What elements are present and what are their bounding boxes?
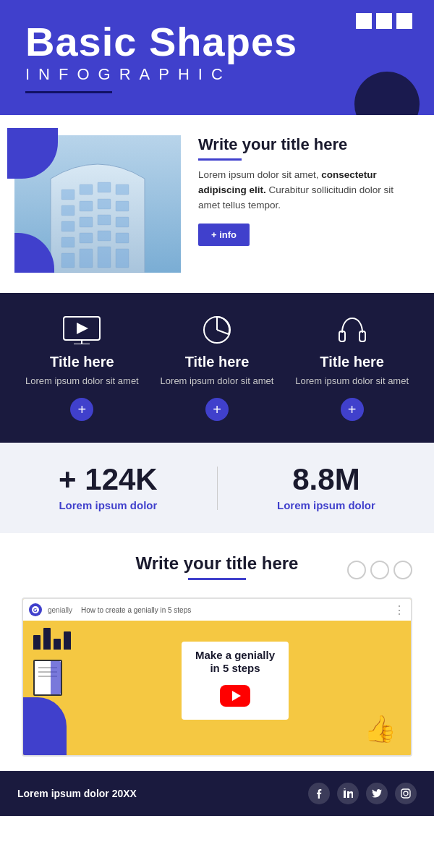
svg-rect-16 bbox=[116, 233, 129, 243]
svg-rect-9 bbox=[61, 221, 75, 231]
svg-rect-32 bbox=[401, 789, 410, 798]
video-container[interactable]: G genially How to create a genially in 5… bbox=[22, 597, 412, 757]
video-blue-blob bbox=[23, 697, 67, 755]
dark-item-3-desc: Lorem ipsum dolor sit amet bbox=[295, 375, 409, 388]
chart-bar-1 bbox=[33, 635, 41, 650]
header-square-3 bbox=[396, 13, 412, 29]
video-circle-2 bbox=[370, 561, 389, 579]
svg-point-33 bbox=[404, 791, 408, 796]
video-circles bbox=[347, 561, 412, 579]
svg-rect-2 bbox=[80, 184, 93, 195]
linkedin-icon[interactable] bbox=[337, 783, 359, 804]
dark-section: Title here Lorem ipsum dolor sit amet + … bbox=[0, 293, 434, 443]
header-squares bbox=[356, 13, 412, 29]
video-top-bar: G genially How to create a genially in 5… bbox=[23, 599, 411, 621]
dark-item-1-title: Title here bbox=[50, 354, 114, 370]
genially-logo: G bbox=[29, 603, 42, 616]
twitter-icon[interactable] bbox=[366, 783, 388, 804]
dark-item-3-title: Title here bbox=[320, 354, 384, 370]
svg-rect-15 bbox=[98, 231, 111, 241]
svg-rect-6 bbox=[80, 201, 93, 211]
svg-rect-13 bbox=[61, 237, 75, 247]
svg-rect-10 bbox=[80, 217, 93, 227]
dark-item-2-title: Title here bbox=[185, 354, 250, 370]
content-text: Write your title here Lorem ipsum dolor … bbox=[198, 135, 412, 246]
dark-item-1-desc: Lorem ipsum dolor sit amet bbox=[25, 375, 139, 388]
dark-item-1: Title here Lorem ipsum dolor sit amet + bbox=[20, 315, 143, 421]
svg-rect-7 bbox=[98, 199, 111, 209]
stats-section: + 124K Lorem ipsum dolor 8.8M Lorem ipsu… bbox=[0, 443, 434, 533]
chart-group bbox=[33, 628, 71, 650]
header-subtitle: INFOGRAPHIC bbox=[25, 65, 409, 84]
svg-text:G: G bbox=[33, 608, 38, 613]
video-underline bbox=[188, 578, 246, 580]
stat-divider bbox=[217, 467, 218, 510]
info-button[interactable]: + info bbox=[198, 224, 250, 246]
dark-item-1-plus-button[interactable]: + bbox=[70, 398, 93, 421]
stat-label-2: Lorem ipsum dolor bbox=[277, 499, 375, 511]
notebook-icon bbox=[33, 660, 62, 696]
stat-number-1: + 124K bbox=[59, 464, 158, 495]
body-text-normal: Lorem ipsum dolor sit amet, bbox=[198, 169, 321, 180]
image-container bbox=[14, 135, 181, 273]
chart-bar-4 bbox=[64, 631, 71, 650]
video-card-title: Make a genially in 5 steps bbox=[192, 649, 278, 675]
svg-rect-20 bbox=[116, 249, 129, 268]
video-circle-1 bbox=[347, 561, 366, 579]
svg-rect-5 bbox=[61, 205, 75, 216]
svg-rect-28 bbox=[339, 331, 345, 341]
video-header: Write your title here bbox=[22, 553, 412, 592]
svg-rect-11 bbox=[98, 215, 111, 225]
video-circle-3 bbox=[393, 561, 412, 579]
svg-rect-19 bbox=[98, 247, 111, 268]
svg-marker-24 bbox=[77, 323, 88, 334]
svg-rect-14 bbox=[80, 233, 93, 243]
dark-item-3: Title here Lorem ipsum dolor sit amet + bbox=[291, 315, 414, 421]
svg-rect-8 bbox=[116, 201, 129, 211]
headphones-icon bbox=[333, 315, 372, 345]
content-body: Lorem ipsum dolor sit amet, consectetur … bbox=[198, 168, 412, 213]
video-top-text: How to create a genially in 5 steps bbox=[81, 606, 191, 614]
header-square-2 bbox=[376, 13, 392, 29]
svg-rect-29 bbox=[359, 331, 365, 341]
video-right-content: 👍 bbox=[364, 714, 396, 744]
pie-chart-icon bbox=[197, 315, 237, 345]
svg-rect-17 bbox=[61, 253, 75, 268]
dark-item-2-plus-button[interactable]: + bbox=[205, 398, 229, 421]
content-section-1: Write your title here Lorem ipsum dolor … bbox=[0, 115, 434, 293]
video-center-card: Make a genially in 5 steps bbox=[182, 642, 289, 720]
svg-rect-3 bbox=[98, 182, 111, 192]
video-section: Write your title here G genially How to … bbox=[0, 533, 434, 771]
footer-text: Lorem ipsum dolor 20XX bbox=[17, 788, 137, 799]
video-left-content bbox=[33, 628, 71, 696]
header-title: Basic Shapes bbox=[25, 22, 409, 62]
video-content: Make a genially in 5 steps 👍 bbox=[23, 621, 411, 755]
svg-rect-1 bbox=[61, 190, 75, 200]
content-underline bbox=[198, 158, 242, 161]
thumbs-up-icon: 👍 bbox=[364, 714, 396, 744]
facebook-icon[interactable] bbox=[308, 783, 330, 804]
instagram-icon[interactable] bbox=[395, 783, 417, 804]
video-options-icon[interactable]: ⋮ bbox=[393, 603, 405, 617]
chart-bar-3 bbox=[54, 639, 61, 650]
chart-bar-2 bbox=[43, 628, 51, 650]
youtube-play-button[interactable] bbox=[220, 685, 250, 707]
svg-rect-12 bbox=[116, 217, 129, 227]
header-section: Basic Shapes INFOGRAPHIC bbox=[0, 0, 434, 115]
stat-item-2: 8.8M Lorem ipsum dolor bbox=[277, 464, 375, 511]
stat-label-1: Lorem ipsum dolor bbox=[59, 499, 158, 511]
svg-rect-4 bbox=[116, 184, 129, 195]
footer: Lorem ipsum dolor 20XX bbox=[0, 771, 434, 816]
svg-rect-18 bbox=[80, 249, 93, 268]
video-title: Write your title here bbox=[119, 553, 315, 574]
svg-point-34 bbox=[408, 791, 409, 791]
dark-item-2-desc: Lorem ipsum dolor sit amet bbox=[161, 375, 274, 388]
dark-item-3-plus-button[interactable]: + bbox=[341, 398, 364, 421]
header-underline bbox=[25, 91, 112, 93]
stat-number-2: 8.8M bbox=[277, 464, 375, 495]
monitor-play-icon bbox=[62, 315, 101, 345]
header-square-1 bbox=[356, 13, 372, 29]
notebook-color bbox=[51, 661, 61, 694]
stat-item-1: + 124K Lorem ipsum dolor bbox=[59, 464, 158, 511]
svg-line-27 bbox=[217, 330, 229, 334]
